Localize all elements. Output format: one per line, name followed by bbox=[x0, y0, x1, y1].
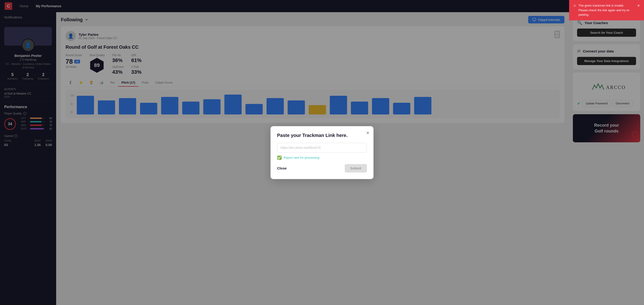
trackman-modal: Paste your Trackman Link here. × ✅ Repor… bbox=[270, 126, 374, 179]
trackman-link-input[interactable] bbox=[277, 143, 367, 152]
success-icon: ✅ bbox=[277, 156, 282, 160]
error-toast-close-button[interactable]: × bbox=[637, 3, 640, 8]
modal-success-message: ✅ Report sent for processing bbox=[277, 156, 367, 160]
modal-close-icon-button[interactable]: × bbox=[366, 130, 369, 136]
success-text: Report sent for processing bbox=[284, 156, 319, 160]
modal-close-button[interactable]: Close bbox=[277, 166, 287, 170]
modal-actions: Close Submit bbox=[277, 164, 367, 172]
error-toast: ⚠ The given trackman link is invalid. Pl… bbox=[569, 0, 644, 20]
error-toast-message: The given trackman link is invalid. Plea… bbox=[578, 3, 633, 17]
modal-submit-button[interactable]: Submit bbox=[345, 164, 367, 172]
modal-overlay: Paste your Trackman Link here. × ✅ Repor… bbox=[0, 0, 644, 305]
warning-icon: ⚠ bbox=[573, 3, 576, 8]
modal-title: Paste your Trackman Link here. bbox=[277, 133, 367, 138]
